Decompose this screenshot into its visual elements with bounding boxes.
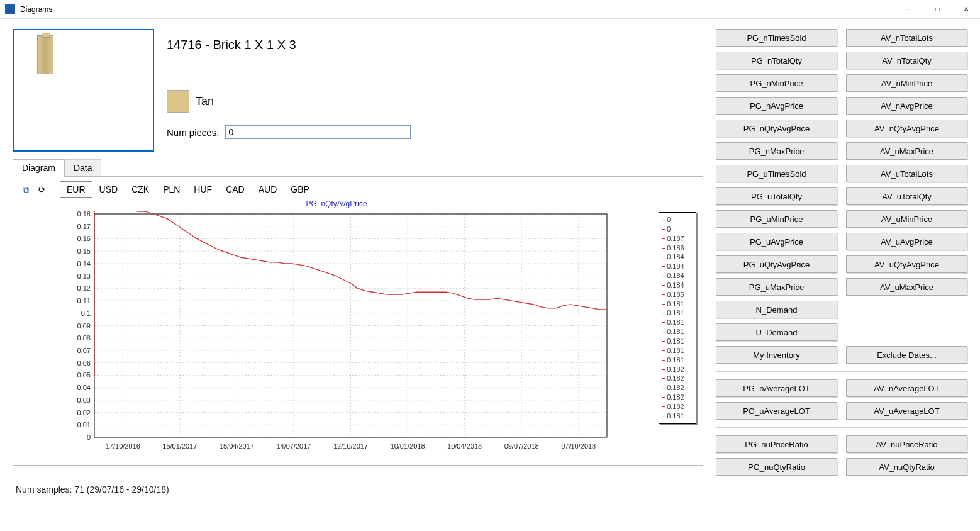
metric-avnminprice[interactable]: AV_nMinPrice — [846, 74, 967, 92]
currency-aud[interactable]: AUD — [252, 181, 284, 198]
metric-pgnaveragelot[interactable]: PG_nAverageLOT — [716, 379, 837, 397]
metric-avntotallots[interactable]: AV_nTotalLots — [846, 29, 967, 47]
close-button[interactable]: ✕ — [952, 0, 980, 19]
svg-text:0.08: 0.08 — [77, 334, 91, 342]
metric-avuavgprice[interactable]: AV_uAvgPrice — [846, 233, 967, 250]
svg-text:09/07/2018: 09/07/2018 — [504, 442, 539, 450]
svg-text:0.05: 0.05 — [77, 371, 91, 379]
svg-text:0.02: 0.02 — [77, 409, 91, 416]
chart-title: PG_nQtyAvgPrice — [19, 199, 654, 208]
svg-text:15/01/2017: 15/01/2017 — [162, 442, 197, 450]
window-title: Diagrams — [20, 5, 895, 14]
metric-pgutotalqty[interactable]: PG_uTotalQty — [716, 187, 837, 205]
svg-text:0.12: 0.12 — [77, 284, 91, 292]
item-title: 14716 - Brick 1 X 1 X 3 — [167, 38, 703, 52]
titlebar: Diagrams ─ □ ✕ — [0, 0, 980, 19]
line-chart: 00.010.020.030.040.050.060.070.080.090.1… — [19, 211, 654, 456]
app-icon — [5, 4, 15, 14]
metric-excludedates[interactable]: Exclude Dates... — [846, 346, 967, 364]
metric-avuminprice[interactable]: AV_uMinPrice — [846, 210, 967, 228]
currency-cad[interactable]: CAD — [219, 181, 252, 198]
svg-text:15/04/2017: 15/04/2017 — [220, 442, 254, 450]
metric-button-grid: PG_nTimesSoldAV_nTotalLotsPG_nTotalQtyAV… — [716, 29, 967, 476]
metric-avutotalqty[interactable]: AV_uTotalQty — [846, 187, 967, 205]
metric-pgnupriceratio[interactable]: PG_nuPriceRatio — [716, 435, 837, 453]
maximize-button[interactable]: □ — [923, 0, 952, 19]
svg-text:0.14: 0.14 — [77, 260, 91, 267]
metric-pgumaxprice[interactable]: PG_uMaxPrice — [716, 278, 837, 296]
svg-text:0: 0 — [87, 433, 91, 441]
metric-avuaveragelot[interactable]: AV_uAverageLOT — [846, 402, 967, 420]
svg-text:0.16: 0.16 — [77, 235, 91, 242]
svg-text:12/10/2017: 12/10/2017 — [333, 442, 368, 450]
svg-text:0.04: 0.04 — [77, 384, 91, 391]
metric-avuqtyavgprice[interactable]: AV_uQtyAvgPrice — [846, 255, 967, 273]
metric-pgnmaxprice[interactable]: PG_nMaxPrice — [716, 142, 837, 160]
svg-text:0.17: 0.17 — [77, 223, 91, 230]
metric-pgntimessold[interactable]: PG_nTimesSold — [716, 29, 837, 47]
metric-avnuqtyratio[interactable]: AV_nuQtyRatio — [846, 458, 967, 476]
tab-strip: Diagram Data — [13, 159, 703, 176]
svg-text:10/01/2018: 10/01/2018 — [391, 442, 425, 450]
metric-pguavgprice[interactable]: PG_uAvgPrice — [716, 233, 837, 250]
currency-pln[interactable]: PLN — [156, 181, 187, 198]
metric-avnaveragelot[interactable]: AV_nAverageLOT — [846, 379, 967, 397]
metric-pgutimessold[interactable]: PG_uTimesSold — [716, 165, 837, 182]
metric-pgnminprice[interactable]: PG_nMinPrice — [716, 74, 837, 92]
metric-avnupriceratio[interactable]: AV_nuPriceRatio — [846, 435, 967, 453]
svg-text:0.13: 0.13 — [77, 272, 91, 280]
minimize-button[interactable]: ─ — [895, 0, 923, 19]
num-pieces-label: Num pieces: — [167, 127, 219, 138]
metric-avntotalqty[interactable]: AV_nTotalQty — [846, 52, 967, 69]
svg-text:0.09: 0.09 — [77, 322, 91, 330]
metric-ndemand[interactable]: N_Demand — [716, 301, 837, 318]
status-bar: Num samples: 71 (29/07/16 - 29/10/18) — [0, 481, 980, 501]
currency-eur[interactable]: EUR — [60, 181, 92, 198]
color-name: Tan — [196, 95, 214, 108]
svg-text:14/07/2017: 14/07/2017 — [276, 442, 311, 450]
svg-text:0.06: 0.06 — [77, 359, 91, 367]
chart-legend: –0–0–0.187–0.186–0.184–0.184–0.184–0.184… — [659, 212, 696, 424]
num-pieces-input[interactable] — [225, 125, 411, 139]
metric-avnavgprice[interactable]: AV_nAvgPrice — [846, 97, 967, 115]
svg-text:17/10/2016: 17/10/2016 — [106, 442, 140, 450]
svg-text:0.1: 0.1 — [81, 310, 91, 317]
metric-avnqtyavgprice[interactable]: AV_nQtyAvgPrice — [846, 120, 967, 137]
tab-body-diagram: ⧉ ⟳ EURUSDCZKPLNHUFCADAUDGBP PG_nQtyAvgP… — [13, 176, 703, 466]
svg-text:10/04/2018: 10/04/2018 — [447, 442, 482, 450]
refresh-icon[interactable]: ⟳ — [36, 183, 48, 196]
metric-myinventory[interactable]: My Inventory — [716, 346, 837, 364]
metric-pgntotalqty[interactable]: PG_nTotalQty — [716, 52, 837, 69]
metric-avutotallots[interactable]: AV_uTotalLots — [846, 165, 967, 182]
metric-pguminprice[interactable]: PG_uMinPrice — [716, 210, 837, 228]
currency-usd[interactable]: USD — [92, 181, 125, 198]
metric-avumaxprice[interactable]: AV_uMaxPrice — [846, 278, 967, 296]
svg-text:07/10/2018: 07/10/2018 — [561, 442, 596, 450]
svg-text:0.15: 0.15 — [77, 247, 91, 255]
copy-icon[interactable]: ⧉ — [19, 183, 32, 196]
metric-avnmaxprice[interactable]: AV_nMaxPrice — [846, 142, 967, 160]
color-swatch — [167, 90, 189, 113]
svg-text:0.03: 0.03 — [77, 396, 91, 404]
tab-diagram[interactable]: Diagram — [13, 159, 65, 177]
currency-czk[interactable]: CZK — [125, 181, 156, 198]
svg-text:0.01: 0.01 — [77, 421, 91, 428]
item-thumbnail — [13, 29, 154, 152]
metric-pgnuqtyratio[interactable]: PG_nuQtyRatio — [716, 458, 837, 476]
tab-data[interactable]: Data — [64, 159, 102, 176]
metric-pguaveragelot[interactable]: PG_uAverageLOT — [716, 402, 837, 420]
currency-gbp[interactable]: GBP — [284, 181, 316, 198]
svg-text:0.07: 0.07 — [77, 347, 91, 354]
svg-text:0.18: 0.18 — [77, 211, 91, 218]
metric-udemand[interactable]: U_Demand — [716, 323, 837, 341]
svg-text:0.11: 0.11 — [77, 297, 91, 305]
metric-pguqtyavgprice[interactable]: PG_uQtyAvgPrice — [716, 255, 837, 273]
currency-huf[interactable]: HUF — [187, 181, 219, 198]
metric-pgnavgprice[interactable]: PG_nAvgPrice — [716, 97, 837, 115]
metric-pgnqtyavgprice[interactable]: PG_nQtyAvgPrice — [716, 120, 837, 137]
